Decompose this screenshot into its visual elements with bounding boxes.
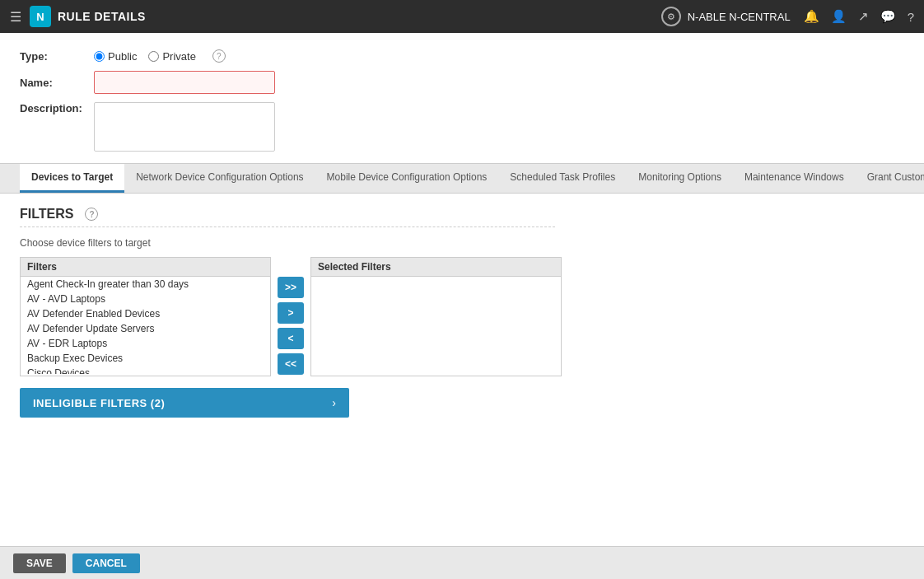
- tab-scheduled-task[interactable]: Scheduled Task Profiles: [498, 164, 627, 193]
- filters-column-header: Filters: [21, 258, 270, 277]
- move-all-right-button[interactable]: >>: [278, 277, 304, 298]
- filters-subtitle: Choose device filters to target: [20, 237, 904, 249]
- filters-divider: [20, 226, 555, 227]
- filters-title-text: FILTERS: [20, 207, 73, 222]
- filters-help-icon[interactable]: ?: [85, 208, 98, 221]
- ineligible-chevron-icon: ›: [332, 396, 336, 409]
- move-left-button[interactable]: <: [278, 328, 304, 349]
- filters-layout: Filters Agent Check-In greater than 30 d…: [20, 257, 563, 376]
- logo-box: N: [30, 6, 51, 27]
- type-row: Type: Public Private ?: [20, 49, 904, 63]
- selected-filters-box: Selected Filters: [310, 257, 562, 376]
- available-filters-list[interactable]: Agent Check-In greater than 30 days AV -…: [21, 277, 270, 374]
- filters-section-title: FILTERS ?: [20, 207, 904, 222]
- type-help-icon[interactable]: ?: [212, 49, 226, 63]
- ineligible-filters-label: INELIGIBLE FILTERS (2): [33, 397, 165, 409]
- tab-maintenance-windows[interactable]: Maintenance Windows: [733, 164, 856, 193]
- type-public-radio[interactable]: [94, 51, 105, 62]
- tab-grant-customers[interactable]: Grant Customers & Sites Access: [856, 164, 924, 193]
- available-filters-box: Filters Agent Check-In greater than 30 d…: [20, 257, 271, 376]
- brand-label: N-ABLE N-CENTRAL: [688, 11, 791, 23]
- menu-icon[interactable]: ☰: [10, 9, 21, 25]
- topbar-icons: 🔔 👤 ↗ 💬 ?: [804, 9, 914, 24]
- move-all-left-button[interactable]: <<: [278, 353, 304, 375]
- logo-letter: N: [36, 11, 44, 23]
- type-private-label: Private: [162, 50, 195, 63]
- list-item[interactable]: Agent Check-In greater than 30 days: [21, 277, 270, 292]
- notifications-icon[interactable]: 🔔: [804, 9, 819, 24]
- type-private-option[interactable]: Private: [148, 50, 195, 63]
- user-icon[interactable]: 👤: [831, 9, 847, 24]
- type-public-option[interactable]: Public: [94, 50, 137, 63]
- list-item[interactable]: Backup Exec Devices: [21, 351, 270, 366]
- tab-devices-to-target[interactable]: Devices to Target: [20, 164, 124, 193]
- selected-column-header: Selected Filters: [311, 258, 561, 277]
- brand-icon: ⚙: [661, 7, 681, 26]
- brand: ⚙ N-ABLE N-CENTRAL: [661, 7, 791, 26]
- move-right-button[interactable]: >: [278, 302, 304, 324]
- list-item[interactable]: AV Defender Enabled Devices: [21, 306, 270, 321]
- list-item[interactable]: Cisco Devices: [21, 366, 270, 374]
- tab-monitoring-options[interactable]: Monitoring Options: [627, 164, 733, 193]
- description-textarea[interactable]: [94, 102, 275, 152]
- list-item[interactable]: AV - EDR Laptops: [21, 336, 270, 351]
- chat-icon[interactable]: 💬: [880, 9, 896, 24]
- tab-network-device-config[interactable]: Network Device Configuration Options: [124, 164, 315, 193]
- list-item[interactable]: AV - AVD Laptops: [21, 292, 270, 306]
- topbar: ☰ N RULE DETAILS ⚙ N-ABLE N-CENTRAL 🔔 👤 …: [0, 0, 924, 33]
- type-radio-group: Public Private ?: [94, 49, 226, 63]
- export-icon[interactable]: ↗: [858, 9, 869, 24]
- name-label: Name:: [20, 77, 94, 89]
- name-row: Name:: [20, 71, 904, 94]
- tab-mobile-device-config[interactable]: Mobile Device Configuration Options: [315, 164, 499, 193]
- description-label: Description:: [20, 102, 94, 114]
- main-content: Type: Public Private ? Name: Description…: [0, 33, 924, 546]
- page-title: RULE DETAILS: [58, 10, 146, 23]
- transfer-buttons: >> > < <<: [278, 257, 304, 375]
- name-input[interactable]: [94, 71, 275, 94]
- tabs-bar: Devices to Target Network Device Configu…: [0, 163, 924, 194]
- help-icon[interactable]: ?: [908, 10, 914, 24]
- list-item[interactable]: AV Defender Update Servers: [21, 321, 270, 336]
- topbar-logo: N RULE DETAILS: [30, 6, 146, 27]
- tab-content-devices: FILTERS ? Choose device filters to targe…: [20, 194, 904, 431]
- type-public-label: Public: [108, 50, 137, 63]
- ineligible-filters-bar[interactable]: INELIGIBLE FILTERS (2) ›: [20, 388, 349, 418]
- type-label: Type:: [20, 50, 94, 63]
- selected-filters-list[interactable]: [311, 277, 561, 374]
- type-private-radio[interactable]: [148, 51, 159, 62]
- description-row: Description:: [20, 102, 904, 152]
